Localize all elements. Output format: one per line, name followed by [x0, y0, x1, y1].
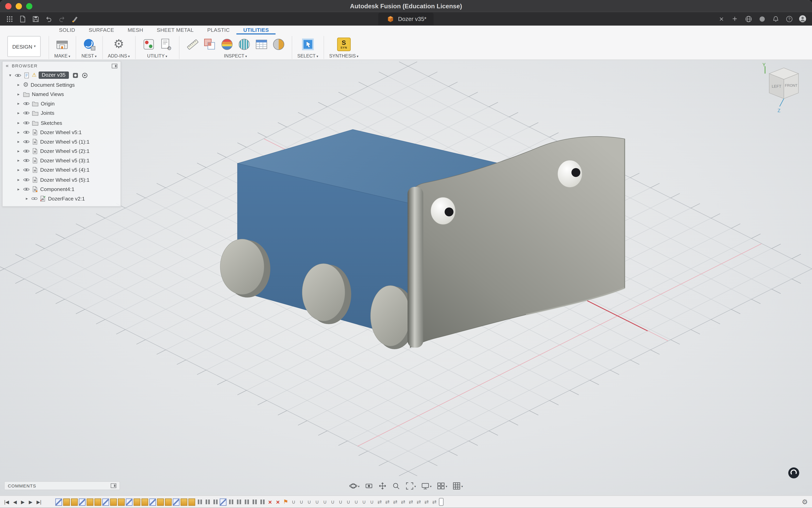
add-ins-gear-icon[interactable]: ⚙ — [111, 36, 127, 52]
timeline-component-icon[interactable] — [165, 498, 172, 506]
viewcube-front-label[interactable]: FRONT — [785, 83, 797, 87]
timeline-settings-gear-icon[interactable] — [802, 498, 808, 506]
marker-icon[interactable] — [70, 14, 79, 24]
viewport-canvas[interactable] — [0, 60, 812, 495]
browser-row[interactable]: ▸Origin — [3, 99, 121, 109]
timeline-joint-icon[interactable]: ∪ — [337, 498, 344, 506]
timeline-joint-icon[interactable]: ∪ — [306, 498, 313, 506]
expand-arrow-icon[interactable]: ▸ — [16, 111, 21, 116]
eye-icon[interactable] — [23, 120, 30, 125]
skip-to-start-button[interactable]: |◀ — [4, 499, 9, 504]
timeline-sketch-icon[interactable] — [79, 498, 86, 506]
timeline-joint-icon[interactable]: ∪ — [314, 498, 320, 506]
browser-row[interactable]: ▸Dozer Wheel v5 (1):1 — [3, 137, 121, 146]
expand-arrow-icon[interactable]: ▸ — [16, 149, 21, 154]
zoom-icon[interactable] — [391, 481, 401, 491]
avatar-icon[interactable] — [798, 14, 807, 24]
synthesis-icon[interactable]: S SYN — [337, 37, 351, 51]
browser-row[interactable]: ▸DozerFace v2:1 — [3, 194, 121, 204]
browser-row[interactable]: ▸Component4:1 — [3, 184, 121, 194]
material-sphere-icon[interactable] — [271, 36, 286, 52]
process-lights-icon[interactable] — [141, 36, 156, 52]
timeline-joint-icon[interactable]: ∪ — [298, 498, 305, 506]
timeline-playhead-icon[interactable] — [439, 498, 444, 506]
timeline-joint-icon[interactable]: ∪ — [368, 498, 375, 506]
googly-eye-right[interactable] — [558, 160, 582, 187]
viewport[interactable]: Y LEFT FRONT Z BROWSER ▾⚠Dozer v35▸⚙Docu… — [0, 60, 812, 495]
help-icon[interactable]: ? — [784, 14, 794, 24]
assistant-button[interactable] — [788, 467, 799, 478]
eye-icon[interactable] — [23, 139, 30, 144]
timeline-pair-bars-icon[interactable] — [196, 498, 203, 506]
curvature-map-icon[interactable] — [219, 36, 235, 52]
browser-row[interactable]: ▸Joints — [3, 109, 121, 118]
undo-icon[interactable] — [44, 14, 53, 24]
ribbon-tab-surface[interactable]: SURFACE — [82, 26, 121, 34]
ribbon-tab-sheet-metal[interactable]: SHEET METAL — [150, 26, 200, 34]
timeline-drive-icon[interactable]: ⇄ — [408, 498, 414, 506]
save-icon[interactable] — [31, 14, 40, 24]
ribbon-group-label[interactable]: INSPECT — [224, 53, 247, 58]
timeline-flag-icon[interactable]: ⚑ — [282, 498, 289, 506]
eye-icon[interactable] — [23, 168, 30, 173]
skip-to-end-button[interactable]: ▶| — [37, 499, 41, 504]
step-back-button[interactable]: ◀ — [13, 499, 17, 504]
timeline-pair-bars-icon[interactable] — [212, 498, 219, 506]
play-button[interactable]: ▶ — [21, 499, 25, 504]
make-3d-print-icon[interactable] — [54, 36, 70, 52]
ribbon-group-label[interactable]: ADD-INS — [108, 53, 130, 58]
expand-arrow-icon[interactable]: ▸ — [16, 92, 21, 96]
viewcube-left-label[interactable]: LEFT — [772, 84, 781, 88]
eye-icon[interactable] — [23, 187, 30, 192]
expand-arrow-icon[interactable]: ▸ — [16, 187, 21, 192]
minimize-window-button[interactable] — [15, 3, 22, 9]
apps-icon[interactable] — [5, 14, 14, 24]
browser-row[interactable]: ▸Named Views — [3, 89, 121, 99]
timeline-component-icon[interactable] — [63, 498, 70, 506]
nest-icon[interactable] — [81, 36, 97, 52]
timeline-drive-icon[interactable]: ⇄ — [423, 498, 430, 506]
eye-icon[interactable] — [23, 101, 30, 106]
measure-icon[interactable] — [185, 36, 200, 52]
eye-icon[interactable] — [23, 158, 30, 163]
blade-left-edge[interactable] — [408, 187, 423, 348]
status-icon[interactable] — [757, 14, 767, 24]
redo-icon[interactable] — [57, 14, 66, 24]
bell-icon[interactable] — [771, 14, 780, 24]
googly-eye-left[interactable] — [431, 197, 455, 224]
timeline-pair-bars-icon[interactable] — [251, 498, 258, 506]
collapse-arrow-icon[interactable]: ▾ — [8, 73, 13, 78]
timeline-sketch-icon[interactable] — [173, 498, 180, 506]
eye-icon[interactable] — [23, 177, 30, 182]
timeline-joint-icon[interactable]: ∪ — [361, 498, 367, 506]
ribbon-group-label[interactable]: SELECT — [298, 53, 318, 58]
expand-arrow-icon[interactable]: ▸ — [16, 101, 21, 106]
expand-arrow-icon[interactable]: ▸ — [16, 82, 21, 87]
browser-row[interactable]: ▸⚙Document Settings — [3, 80, 121, 89]
ribbon-tab-utilities[interactable]: UTILITIES — [236, 26, 276, 34]
timeline-component-icon[interactable] — [141, 498, 148, 506]
timeline-drive-icon[interactable]: ⇄ — [400, 498, 406, 506]
timeline-sketch-icon[interactable] — [55, 498, 62, 506]
look-at-icon[interactable] — [364, 481, 374, 491]
ribbon-group-label[interactable]: SYNTHESIS — [329, 53, 358, 58]
ribbon-group-label[interactable]: UTILITY — [147, 53, 167, 58]
expand-arrow-icon[interactable]: ▸ — [25, 196, 29, 201]
browser-row[interactable]: ▸Dozer Wheel v5:1 — [3, 127, 121, 137]
pan-icon[interactable] — [377, 481, 388, 491]
ribbon-tab-solid[interactable]: SOLID — [52, 26, 82, 34]
browser-row[interactable]: ▸Dozer Wheel v5 (4):1 — [3, 165, 121, 175]
timeline-component-icon[interactable] — [134, 498, 140, 506]
target-badge-icon[interactable] — [82, 72, 87, 78]
timeline-joint-icon[interactable]: ∪ — [353, 498, 359, 506]
timeline-sketch-icon[interactable] — [102, 498, 109, 506]
expand-arrow-icon[interactable]: ▸ — [16, 139, 21, 144]
close-icon[interactable] — [716, 14, 726, 24]
timeline-drive-icon[interactable]: ⇄ — [376, 498, 383, 506]
ribbon-group-label[interactable]: MAKE — [54, 53, 70, 58]
expand-arrow-icon[interactable]: ▸ — [16, 177, 21, 182]
ribbon-tab-mesh[interactable]: MESH — [121, 26, 150, 34]
timeline-component-icon[interactable] — [180, 498, 187, 506]
timeline-component-icon[interactable] — [94, 498, 101, 506]
panel-dock-icon[interactable] — [112, 64, 118, 68]
